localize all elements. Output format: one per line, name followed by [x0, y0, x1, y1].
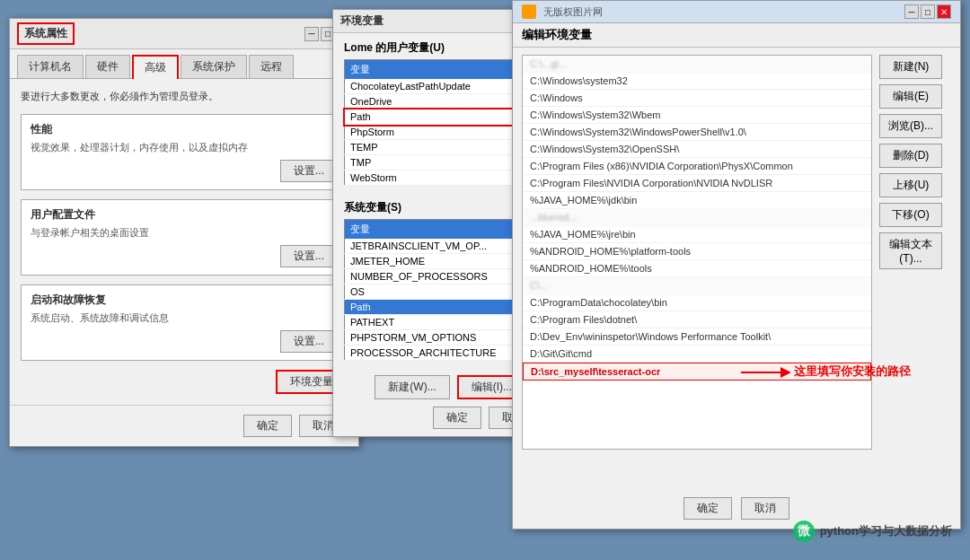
env-path-item[interactable]: C:\Windows\System32\Wbem	[523, 107, 871, 124]
annotation-arrow: 这里填写你安装的路径	[736, 363, 911, 381]
minimize-btn[interactable]: ─	[304, 27, 319, 41]
edit-env-title-bar: 编辑环境变量	[513, 23, 960, 48]
startup-settings-btn[interactable]: 设置...	[280, 330, 338, 353]
sys-props-window: 系统属性 ─ □ ✕ 计算机名 硬件 高级 系统保护 远程 要进行大多数更改，你…	[9, 18, 359, 447]
topbar-text: 无版权图片网	[543, 5, 603, 19]
tabs-bar: 计算机名 硬件 高级 系统保护 远程	[10, 49, 358, 79]
env-vars-title: 环境变量	[340, 13, 384, 29]
env-path-item[interactable]: C:\Windows	[523, 90, 871, 107]
startup-recovery-section: 启动和故障恢复 系统启动、系统故障和调试信息 设置...	[21, 284, 348, 361]
env-path-item[interactable]: C:\Program Files (x86)\NVIDIA Corporatio…	[523, 158, 871, 175]
env-path-item[interactable]: ...blurred...	[523, 209, 871, 226]
edit-env-bottom-btns: 确定 取消	[513, 497, 960, 520]
env-path-item[interactable]: %JAVA_HOME%\jre\bin	[523, 226, 871, 243]
env-path-item[interactable]: C\...	[523, 277, 871, 294]
sys-ok-btn[interactable]: 确定	[243, 415, 292, 437]
profile-title: 用户配置文件	[31, 207, 338, 223]
sys-content: 要进行大多数更改，你必须作为管理员登录。 性能 视觉效果，处理器计划，内存使用，…	[10, 79, 358, 405]
profile-desc: 与登录帐户相关的桌面设置	[31, 226, 338, 240]
side-btn-e[interactable]: 编辑(E)	[879, 84, 942, 109]
env-path-item[interactable]: %ANDROID_HOME%\platform-tools	[523, 243, 871, 260]
tab-sys-protect[interactable]: 系统保护	[181, 55, 247, 78]
edit-max-btn[interactable]: □	[921, 4, 935, 19]
env-path-item[interactable]: C:\Windows\System32\WindowsPowerShell\v1…	[523, 124, 871, 141]
edit-env-controls: ─ □ ✕	[904, 4, 951, 19]
perf-desc: 视觉效果，处理器计划，内存使用，以及虚拟内存	[31, 141, 338, 154]
profile-settings-btn[interactable]: 设置...	[280, 245, 338, 267]
env-path-item[interactable]: C:\ProgramData\chocolatey\bin	[523, 294, 871, 311]
env-path-item[interactable]: C:\Program Files\NVIDIA Corporation\NVID…	[523, 175, 871, 192]
watermark: 微 python学习与大数据分析	[793, 521, 952, 542]
sys-props-bottom-btns: 确定 取消	[10, 405, 358, 446]
env-path-item[interactable]: %ANDROID_HOME%\tools	[523, 260, 871, 277]
env-path-item[interactable]: C:\Program Files\dotnet\	[523, 311, 871, 328]
perf-settings-btn[interactable]: 设置...	[280, 160, 338, 182]
tab-computer-name[interactable]: 计算机名	[17, 55, 84, 78]
admin-notice: 要进行大多数更改，你必须作为管理员登录。	[21, 90, 348, 103]
env-path-item[interactable]: C:\Windows\System32\OpenSSH\	[523, 141, 871, 158]
perf-title: 性能	[31, 122, 338, 137]
tab-hardware[interactable]: 硬件	[85, 55, 130, 78]
sys-props-title: 系统属性	[17, 22, 75, 45]
env-path-item[interactable]: D:\Git\Git\cmd	[523, 346, 871, 363]
side-btn-o[interactable]: 下移(O)	[879, 203, 942, 227]
side-btn-n[interactable]: 新建(N)	[879, 55, 942, 79]
edit-env-window: 无版权图片网 ─ □ ✕ 编辑环境变量 C:\...gi...C:\Window…	[512, 0, 961, 529]
edit-ok-btn[interactable]: 确定	[683, 497, 732, 520]
env-path-item[interactable]: C:\Windows\system32	[523, 73, 871, 90]
env-path-list: C:\...gi...C:\Windows\system32C:\Windows…	[522, 55, 872, 450]
startup-desc: 系统启动、系统故障和调试信息	[31, 311, 338, 325]
edit-env-topbar: 无版权图片网 ─ □ ✕	[513, 1, 960, 23]
edit-cancel-btn[interactable]: 取消	[741, 497, 789, 520]
env-ok-btn[interactable]: 确定	[433, 407, 481, 429]
side-btn-b[interactable]: 浏览(B)...	[879, 114, 942, 138]
side-btn-d[interactable]: 删除(D)	[879, 144, 942, 168]
user-profile-section: 用户配置文件 与登录帐户相关的桌面设置 设置...	[21, 199, 348, 276]
env-path-item[interactable]: D:\Dev_Env\wininspetor\Windows Performan…	[523, 328, 871, 346]
performance-section: 性能 视觉效果，处理器计划，内存使用，以及虚拟内存 设置...	[21, 114, 348, 190]
edit-env-side-btns: 新建(N)编辑(E)浏览(B)...删除(D)上移(U)下移(O)编辑文本(T)…	[879, 55, 951, 450]
edit-close-btn[interactable]: ✕	[937, 4, 951, 19]
edit-env-title: 编辑环境变量	[522, 27, 592, 43]
sys-props-titlebar: 系统属性 ─ □ ✕	[10, 19, 358, 49]
side-btn-t[interactable]: 编辑文本(T)...	[879, 232, 942, 269]
tab-remote[interactable]: 远程	[249, 55, 294, 78]
watermark-text: python学习与大数据分析	[820, 523, 952, 539]
side-btn-u[interactable]: 上移(U)	[879, 173, 942, 197]
wechat-icon: 微	[793, 521, 815, 542]
edit-min-btn[interactable]: ─	[904, 4, 919, 19]
env-path-item[interactable]: %JAVA_HOME%\jdk\bin	[523, 192, 871, 209]
startup-title: 启动和故障恢复	[31, 293, 338, 308]
env-path-item[interactable]: C:\...gi...	[523, 56, 871, 73]
app-icon	[522, 4, 536, 19]
annotation-text: 这里填写你安装的路径	[794, 364, 911, 378]
tab-advanced[interactable]: 高级	[132, 55, 179, 79]
env-new-btn[interactable]: 新建(W)...	[375, 375, 449, 399]
